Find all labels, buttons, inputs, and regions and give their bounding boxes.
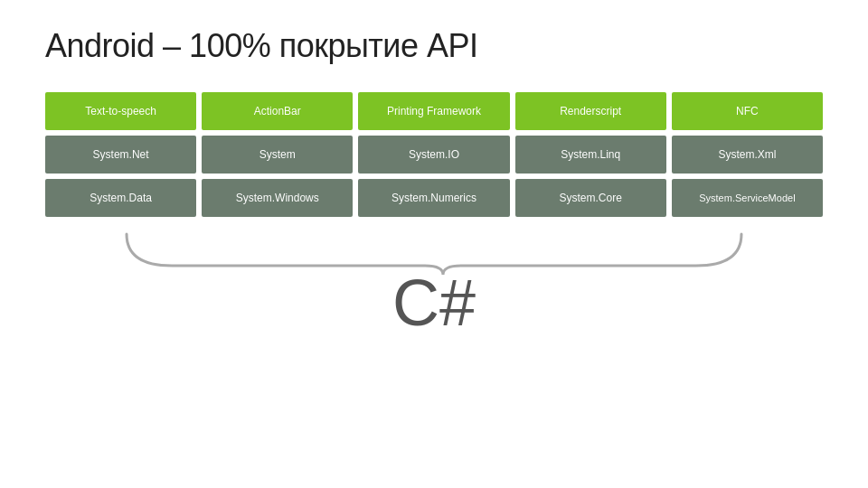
cell-text-to-speech: Text-to-speech xyxy=(45,92,196,130)
cell-system-data: System.Data xyxy=(45,179,196,217)
cell-system-io: System.IO xyxy=(358,136,509,174)
csharp-label: C# xyxy=(392,270,476,335)
cell-actionbar: ActionBar xyxy=(202,92,353,130)
cell-printing-framework: Printing Framework xyxy=(358,92,509,130)
cell-system: System xyxy=(202,136,353,174)
cell-renderscript: Renderscript xyxy=(515,92,666,130)
cell-system-net: System.Net xyxy=(45,136,196,174)
brace-section: C# xyxy=(45,230,823,470)
cell-nfc: NFC xyxy=(672,92,823,130)
cell-system-windows: System.Windows xyxy=(202,179,353,217)
cell-system-core: System.Core xyxy=(515,179,666,217)
slide: Android – 100% покрытие API Text-to-spee… xyxy=(0,0,868,488)
cell-system-linq: System.Linq xyxy=(515,136,666,174)
cell-system-xml: System.Xml xyxy=(672,136,823,174)
cell-system-servicemodel: System.ServiceModel xyxy=(672,179,823,217)
cell-system-numerics: System.Numerics xyxy=(358,179,509,217)
api-grid: Text-to-speech ActionBar Printing Framew… xyxy=(45,92,823,217)
slide-title: Android – 100% покрытие API xyxy=(45,27,823,65)
